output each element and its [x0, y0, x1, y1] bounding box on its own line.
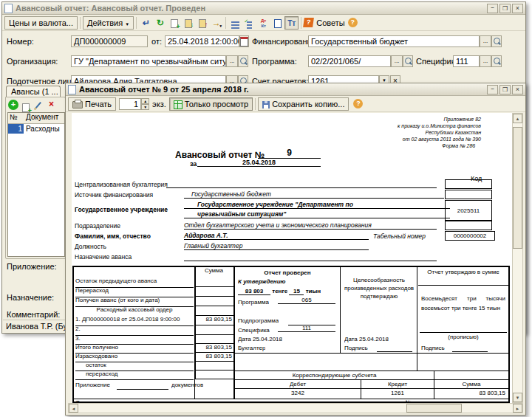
text-tool-icon[interactable]: Тт [284, 16, 299, 30]
desktop: Авансовый отчет: Авансовый отчет. Провед… [0, 0, 532, 417]
horizontal-scroll-thumb[interactable] [406, 404, 462, 413]
blank-line [184, 261, 437, 261]
maximize-icon[interactable]: ❒ [499, 4, 511, 13]
blank-line [117, 389, 168, 390]
to-approval-label: К утверждению [238, 278, 286, 285]
advice-book-icon: ? [303, 18, 314, 27]
signature-label: Подпись [344, 345, 368, 351]
dt-kt-postings-icon[interactable]: ДтКт [256, 16, 270, 30]
report-icon[interactable] [270, 16, 284, 30]
preview-titlebar[interactable]: Авансовый отчет № 9 от 25 апреля 2018 г.… [66, 83, 525, 96]
funding-source-value: Государственный бюджет [184, 190, 444, 199]
help-icon[interactable]: ? [348, 18, 358, 27]
specifics-field[interactable]: 111 [453, 55, 480, 67]
department-label: Подразделение [75, 222, 120, 230]
horizontal-scrollbar[interactable]: ◄ ► [68, 403, 523, 413]
specifics-lookup-icon[interactable] [491, 55, 502, 67]
program-value: 065 [278, 297, 335, 304]
financing-field[interactable]: Государственный бюджет [308, 35, 480, 47]
preview-toolbar: Печать 1 ▲ ▼ экз. Только просмотр Сохран… [66, 96, 525, 112]
sum-cell [195, 287, 233, 297]
structure-list-icon[interactable] [228, 16, 242, 30]
vertical-scrollbar[interactable]: ▲ ▼ [512, 113, 523, 403]
table-row-label: 2. [75, 325, 194, 336]
copy-document-icon[interactable]: + [167, 16, 181, 30]
close-icon[interactable]: × [512, 4, 523, 13]
program-label: Программа [238, 299, 269, 306]
vertical-scroll-thumb[interactable] [513, 127, 522, 249]
institution-code: 2025511 [445, 200, 492, 221]
spin-up-icon[interactable]: ▲ [141, 98, 149, 104]
go-to-icon[interactable]: →▼ [209, 16, 223, 30]
doc-title-number: 9 [258, 148, 321, 159]
sum-cell [195, 325, 233, 335]
spent-sum: 83 803,15 [195, 353, 233, 362]
organization-select-icon[interactable]: ... [226, 55, 238, 67]
sum-cell [195, 297, 233, 306]
close-icon[interactable]: × [512, 85, 523, 94]
scroll-right-icon[interactable]: ► [513, 404, 522, 413]
help-icon[interactable]: ? [353, 99, 363, 108]
blank-line [452, 351, 488, 352]
actions-button[interactable]: Действия ▼ [83, 16, 134, 30]
sum-cell [195, 278, 233, 287]
minimize-icon[interactable]: – [487, 85, 498, 94]
write-document-icon[interactable]: ↵ [139, 16, 153, 30]
code-box-2 [445, 190, 492, 199]
number-field[interactable]: ДП000000009 [71, 35, 148, 47]
calendar-icon[interactable] [239, 35, 249, 47]
in-words-label: (прописью) [420, 334, 507, 340]
refresh-icon[interactable]: ↻ [153, 16, 167, 30]
scroll-down-icon[interactable]: ▼ [513, 393, 522, 402]
financing-lookup-icon[interactable] [491, 35, 502, 47]
doc-for-label: за [190, 160, 197, 168]
approve-header: Отчет утверждаю в сумме [420, 269, 507, 276]
view-only-button[interactable]: Только просмотр [169, 97, 253, 111]
copies-spinner[interactable]: 1 ▲ ▼ [119, 98, 149, 110]
delete-row-icon[interactable]: × [49, 99, 54, 109]
attachment-label: Приложение [75, 382, 110, 388]
blank-line [377, 351, 412, 352]
grid-row-document[interactable]: Расходны [24, 124, 64, 134]
organization-field[interactable]: ГУ "Департамент по чрезвычайным ситуация… [71, 55, 226, 67]
prices-currency-button[interactable]: Цены и валюта... [4, 16, 78, 30]
department-value: Отдел бухгалтерского учета и экономическ… [184, 221, 437, 230]
organization-lookup-icon[interactable] [238, 55, 248, 67]
chevron-down-icon: ▼ [125, 22, 129, 27]
tips-label[interactable]: Советы [316, 18, 344, 27]
add-row-icon[interactable]: + [8, 100, 18, 110]
financing-select-icon[interactable]: ... [480, 35, 491, 47]
program-field[interactable]: 02/2/201/065/ [308, 55, 391, 67]
code-box-1 [445, 179, 492, 189]
full-name-value: Айдарова А.Т. [184, 232, 369, 240]
table-row-label: Получен аванс (от кого и дата) [75, 297, 194, 307]
print-button[interactable]: Печать [68, 97, 116, 111]
attachment-label: Приложение: [7, 262, 57, 271]
from-label: от: [151, 37, 162, 46]
save-copy-button[interactable]: Сохранить копию... [258, 97, 349, 111]
program-select-icon[interactable]: ... [391, 55, 403, 67]
date-field[interactable]: 25.04.2018 12:00:00 [165, 35, 239, 47]
corr-subaccounts-header: Корреспондирующие субсчета [235, 372, 434, 379]
scroll-left-icon[interactable]: ◄ [69, 404, 78, 413]
main-window-titlebar[interactable]: Авансовый отчет: Авансовый отчет. Провед… [2, 2, 525, 15]
checklist-icon[interactable]: ✓ [242, 16, 256, 30]
maximize-icon[interactable]: ❒ [499, 85, 511, 94]
grid-row-number[interactable]: 1 [8, 124, 24, 134]
minimize-icon[interactable]: – [487, 4, 498, 13]
column-header-document[interactable]: Документ [24, 113, 64, 124]
program-lookup-icon[interactable] [403, 55, 413, 67]
specifics-select-icon[interactable]: ... [480, 55, 491, 67]
post-document-icon[interactable]: ↓ [181, 16, 195, 30]
state-institution-value-line2: чрезвычайным ситуациям" [184, 210, 450, 218]
debit-header: Дебет [235, 381, 361, 387]
copies-field[interactable]: 1 [119, 98, 141, 110]
advances-grid[interactable]: № Документ 1 Расходны [7, 112, 65, 257]
scroll-up-icon[interactable]: ▲ [513, 114, 522, 123]
tab-advances[interactable]: Авансы (1 ... [6, 86, 61, 97]
attachment-docs-label: документов [171, 382, 203, 388]
document-icon [4, 4, 13, 13]
spin-down-icon[interactable]: ▼ [141, 104, 149, 110]
unpost-document-icon[interactable]: ↑ [195, 16, 209, 30]
column-header-num[interactable]: № [8, 113, 26, 124]
